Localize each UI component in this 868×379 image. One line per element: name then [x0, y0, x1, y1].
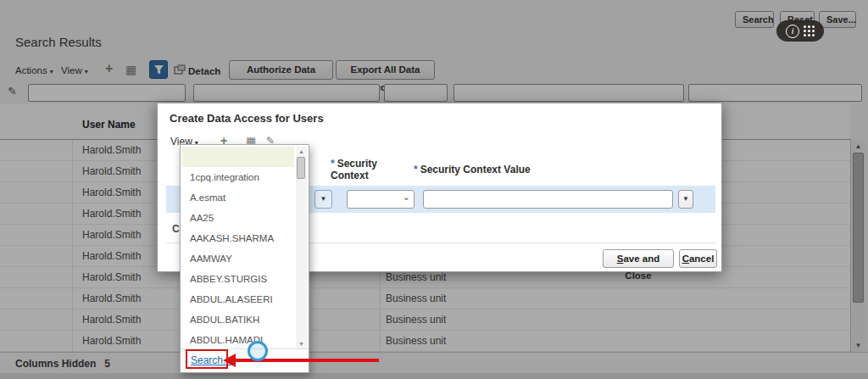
dropdown-items: 1cpq.integrationA.esmatAA25AAKASH.SHARMA…: [182, 167, 294, 350]
security-context-label: Security Context: [331, 158, 377, 181]
scrollbar-thumb[interactable]: [297, 157, 305, 179]
dropdown-item[interactable]: ABDUL.HAMADI: [182, 330, 294, 350]
scroll-down-icon[interactable]: ▼: [296, 341, 307, 347]
info-icon[interactable]: i: [786, 25, 799, 38]
dropdown-item[interactable]: 1cpq.integration: [182, 167, 294, 187]
security-context-value-column-header: *Security Context Value: [414, 164, 531, 176]
dropdown-item[interactable]: AA25: [182, 208, 294, 228]
annotation-highlight-box: [186, 349, 228, 369]
dropdown-item[interactable]: AAKASH.SHARMA: [182, 228, 294, 248]
security-context-value-dropdown-button[interactable]: ▼: [678, 190, 693, 209]
dropdown-item[interactable]: ABDUL.ALASEERI: [182, 289, 294, 309]
security-context-column-header: *Security Context: [331, 158, 385, 181]
scroll-up-icon[interactable]: ▲: [296, 148, 307, 154]
required-asterisk: *: [331, 158, 335, 170]
dropdown-scrollbar[interactable]: ▲ ▼: [296, 147, 307, 348]
dropdown-item-selected-blank[interactable]: [182, 147, 294, 167]
annotation-arrow-head: [223, 354, 236, 367]
cancel-button[interactable]: Cancel: [679, 249, 717, 268]
dropdown-item[interactable]: ABDUL.BATIKH: [182, 309, 294, 330]
required-asterisk: *: [414, 164, 418, 176]
security-context-value-input[interactable]: [423, 190, 673, 209]
grid-dots-icon[interactable]: [804, 25, 815, 36]
user-name-dropdown-button[interactable]: ▼: [314, 190, 332, 209]
application-window: Search Reset Save... Search Results Acti…: [0, 0, 868, 379]
dropdown-item[interactable]: AAMWAY: [182, 248, 294, 269]
chevron-down-icon: ⌄: [403, 192, 410, 203]
dropdown-item[interactable]: ABBEY.STURGIS: [182, 269, 294, 289]
security-context-select[interactable]: ⌄: [347, 190, 415, 209]
cursor-highlight-circle: [248, 341, 268, 361]
security-context-value-label: Security Context Value: [420, 164, 531, 176]
dialog-title: Create Data Access for Users: [170, 112, 324, 125]
screen-tools-pill[interactable]: i: [776, 20, 824, 42]
save-and-close-button[interactable]: Save and Close: [603, 249, 674, 268]
user-name-dropdown-list: 1cpq.integrationA.esmatAA25AAKASH.SHARMA…: [180, 144, 309, 373]
dropdown-item[interactable]: A.esmat: [182, 187, 294, 208]
